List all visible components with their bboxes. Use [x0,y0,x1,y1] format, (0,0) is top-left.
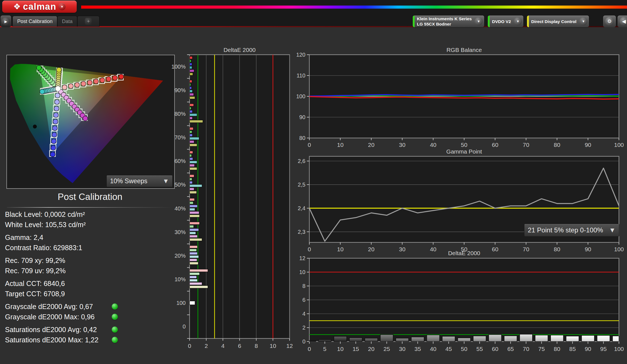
svg-text:75: 75 [538,346,545,352]
settings-button[interactable]: ⚙ [603,16,616,27]
summary-stat: White Level: 105,53 cd/m² [5,221,86,229]
summary-stat: Rec. 709 uv: 99,2% [5,267,66,275]
svg-text:50%: 50% [175,182,186,188]
svg-text:10: 10 [337,142,344,148]
svg-text:2: 2 [302,325,305,331]
chevron-down-icon: ▼ [606,226,619,234]
summary-stat: Black Level: 0,0002 cd/m² [5,210,85,219]
status-pass-dot [112,337,118,343]
svg-text:20: 20 [368,246,374,252]
svg-text:80: 80 [554,246,560,252]
calman-logo-button[interactable]: ❖ calman ▼ [2,1,77,13]
device-status-indicator [413,16,415,27]
svg-text:100: 100 [614,346,624,352]
gamma-points-label: 21 Point 5% step 0-100% [524,226,606,234]
device-label: DVDO V2 [490,18,513,25]
sweeps-mode-dropdown[interactable]: 10% Sweeps ▼ [106,175,173,187]
svg-text:30: 30 [399,142,405,148]
svg-text:40%: 40% [175,205,186,212]
svg-text:50: 50 [461,142,467,148]
svg-text:100%: 100% [171,64,186,70]
svg-text:5: 5 [323,346,327,352]
summary-stat: Saturations dE2000 Avg: 0,42 [5,326,97,334]
device-dropdown-1[interactable]: Klein Instruments K SeriesLG 55CX Bodner… [413,16,484,27]
svg-text:40: 40 [430,346,436,352]
gear-icon: ⚙ [605,17,614,26]
summary-stat: Target CCT: 6708,9 [5,290,65,298]
svg-text:60: 60 [492,246,498,252]
svg-text:90: 90 [585,346,591,352]
tab-scroll-button[interactable]: ▶ [1,16,11,27]
device-label: Klein Instruments K SeriesLG 55CX Bodner [415,16,474,27]
svg-text:90: 90 [299,114,305,120]
svg-text:0: 0 [308,142,311,148]
calman-app: ❖ calman ▼ ▶ Post CalibrationData+ Klein… [0,0,627,364]
chevron-down-icon: ▼ [514,17,522,26]
svg-text:0: 0 [302,338,305,345]
svg-text:2,3: 2,3 [298,229,305,235]
status-pass-dot [112,303,118,310]
svg-text:20%: 20% [175,253,186,259]
svg-text:40: 40 [430,142,436,148]
gamma-points-dropdown[interactable]: 21 Point 5% step 0-100% ▼ [524,224,619,237]
svg-text:25: 25 [384,346,390,352]
svg-text:2,5: 2,5 [298,182,305,188]
svg-text:15: 15 [352,346,359,352]
svg-text:10: 10 [337,346,344,352]
sweep-de-chart: 100%90%80%70%60%50%40%30%20%10%100002468… [167,51,298,355]
calibration-summary: Black Level: 0,0002 cd/m²White Level: 10… [5,209,177,363]
tab-data[interactable]: Data [57,16,77,27]
summary-stat: Grayscale dE2000 Max: 0,96 [5,313,94,321]
new-tab-button[interactable]: + [77,16,99,27]
svg-text:50: 50 [461,246,467,252]
svg-text:10%: 10% [175,276,186,282]
grayscale-de-chart: 1210864200510152025303540455055606570758… [287,255,627,360]
svg-text:100: 100 [614,246,624,252]
calman-logo-icon: ❖ [13,2,21,11]
logo-caret-icon[interactable]: ▼ [58,3,66,10]
page-title: Post Calibration [6,192,174,202]
expand-right-icon: ▶ [2,17,10,26]
svg-text:90%: 90% [175,87,186,93]
svg-text:60%: 60% [175,158,186,164]
summary-stat: Actual CCT: 6840,6 [5,280,65,288]
svg-text:0: 0 [183,323,186,330]
svg-text:4: 4 [302,311,305,317]
svg-text:0: 0 [188,343,191,349]
svg-text:80: 80 [299,135,305,141]
svg-text:10: 10 [299,269,305,275]
svg-text:10: 10 [270,343,276,349]
device-bar: Klein Instruments K SeriesLG 55CX Bodner… [413,16,589,27]
svg-text:30: 30 [399,346,405,352]
collapse-left-icon: ◀ [619,17,627,26]
svg-text:90: 90 [585,246,591,252]
device-dropdown-3[interactable]: Direct Display Control▼ [527,16,589,27]
device-dropdown-2[interactable]: DVDO V2▼ [488,16,523,27]
svg-text:20: 20 [368,346,374,352]
cie-diagram [7,55,174,188]
status-pass-dot [112,314,118,320]
sweeps-mode-label: 10% Sweeps [107,177,159,185]
svg-text:30%: 30% [175,229,186,235]
collapse-panel-button[interactable]: ◀ [618,16,627,27]
svg-text:40: 40 [430,246,436,252]
svg-text:100: 100 [176,300,186,306]
svg-text:30: 30 [399,246,405,252]
tab-post-calibration[interactable]: Post Calibration [13,16,57,27]
plus-icon: + [85,18,92,25]
svg-text:60: 60 [492,346,498,352]
summary-stat: Contrast Ratio: 629883:1 [5,244,82,252]
svg-text:4: 4 [221,343,225,349]
svg-text:60: 60 [492,142,498,148]
svg-text:70: 70 [523,142,529,148]
svg-text:8: 8 [255,343,258,349]
svg-text:80: 80 [554,346,560,352]
device-status-indicator [488,16,490,27]
svg-text:2: 2 [205,343,208,349]
svg-text:2,4: 2,4 [298,205,305,211]
svg-text:70: 70 [523,246,529,252]
device-status-indicator [527,16,529,27]
svg-text:95: 95 [600,346,607,352]
svg-text:0: 0 [308,346,311,352]
svg-text:90: 90 [585,142,591,148]
